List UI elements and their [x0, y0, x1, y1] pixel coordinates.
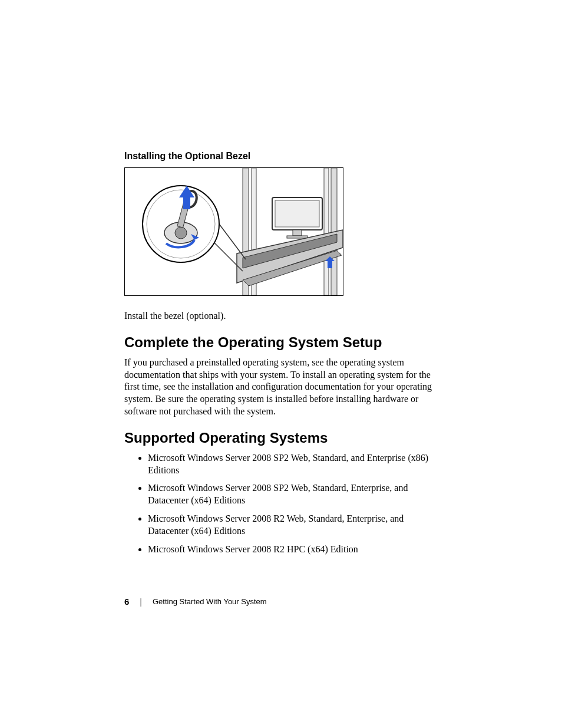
heading-supported-os: Supported Operating Systems — [124, 430, 445, 446]
svg-rect-5 — [275, 200, 319, 227]
svg-rect-3 — [324, 168, 329, 295]
page-content: Installing the Optional Bezel — [124, 151, 445, 561]
heading-complete-os-setup: Complete the Operating System Setup — [124, 334, 445, 351]
supported-os-list: Microsoft Windows Server 2008 SP2 Web, S… — [124, 452, 445, 556]
list-item: Microsoft Windows Server 2008 SP2 Web, S… — [148, 482, 445, 507]
server-rack-illustration-icon — [125, 168, 343, 295]
list-item: Microsoft Windows Server 2008 R2 HPC (x6… — [148, 543, 445, 556]
os-setup-paragraph: If you purchased a preinstalled operatin… — [124, 357, 445, 418]
bezel-caption: Install the bezel (optional). — [124, 310, 445, 322]
list-item: Microsoft Windows Server 2008 SP2 Web, S… — [148, 452, 445, 477]
svg-point-17 — [175, 227, 187, 239]
svg-rect-7 — [287, 236, 308, 238]
subheading-bezel: Installing the Optional Bezel — [124, 151, 445, 162]
page-number: 6 — [124, 597, 129, 607]
list-item: Microsoft Windows Server 2008 R2 Web, St… — [148, 513, 445, 538]
bezel-illustration — [124, 167, 343, 296]
page-footer: 6 | Getting Started With Your System — [124, 597, 267, 607]
footer-section-title: Getting Started With Your System — [153, 597, 267, 606]
svg-rect-6 — [293, 230, 302, 236]
footer-separator: | — [140, 597, 142, 607]
